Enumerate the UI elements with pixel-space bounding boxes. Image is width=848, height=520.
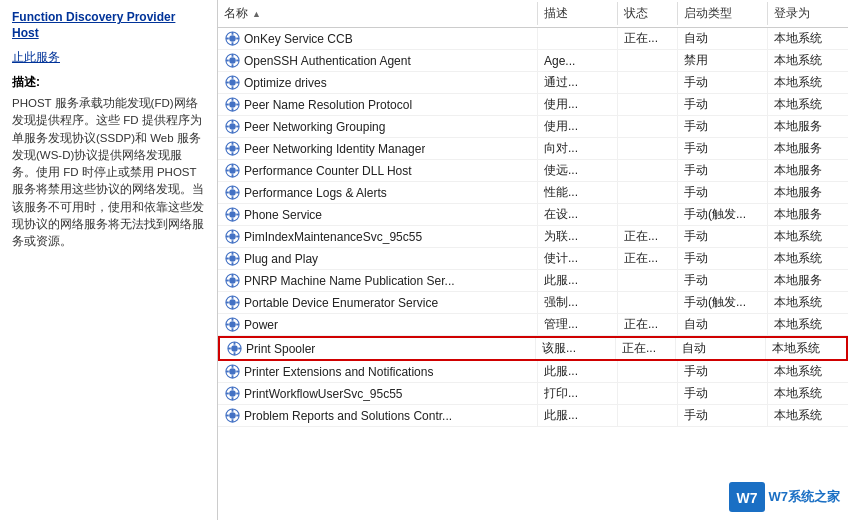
svg-rect-16 <box>225 82 228 84</box>
svg-rect-35 <box>236 148 239 150</box>
table-row[interactable]: OpenSSH Authentication AgentAge...禁用本地系统 <box>218 50 848 72</box>
table-row[interactable]: Plug and Play使计...正在...手动本地系统 <box>218 248 848 270</box>
cell-status: 正在... <box>618 28 678 49</box>
svg-rect-95 <box>236 371 239 373</box>
table-row[interactable]: Peer Networking Identity Manager向对...手动本… <box>218 138 848 160</box>
cell-desc: 为联... <box>538 226 618 247</box>
cell-desc: Age... <box>538 50 618 71</box>
cell-name: Plug and Play <box>218 248 538 269</box>
svg-rect-53 <box>236 214 239 216</box>
svg-rect-83 <box>236 324 239 326</box>
svg-point-97 <box>229 390 236 397</box>
svg-point-55 <box>229 233 236 240</box>
svg-rect-3 <box>231 42 233 45</box>
cell-login: 本地系统 <box>768 314 848 335</box>
cell-desc: 性能... <box>538 182 618 203</box>
left-panel-desc-label: 描述: <box>12 74 205 91</box>
left-panel-title[interactable]: Function Discovery Provider Host <box>12 10 205 41</box>
cell-name: Peer Name Resolution Protocol <box>218 94 538 115</box>
cell-login: 本地系统 <box>768 50 848 71</box>
table-row[interactable]: Power管理...正在...自动本地系统 <box>218 314 848 336</box>
left-panel: Function Discovery Provider Host 止此服务 描述… <box>0 0 218 520</box>
watermark-logo: W7 <box>729 482 765 512</box>
svg-rect-23 <box>236 104 239 106</box>
cell-startup: 自动 <box>676 338 766 359</box>
cell-startup: 手动 <box>678 160 768 181</box>
table-row[interactable]: Phone Service在设...手动(触发...本地服务 <box>218 204 848 226</box>
svg-rect-38 <box>231 164 233 167</box>
cell-startup: 手动(触发... <box>678 292 768 313</box>
svg-rect-10 <box>225 60 228 62</box>
svg-rect-93 <box>231 375 233 378</box>
col-header-name[interactable]: 名称 ▲ <box>218 2 538 25</box>
cell-login: 本地系统 <box>768 226 848 247</box>
svg-point-31 <box>229 145 236 152</box>
table-row[interactable]: Problem Reports and Solutions Contr...此服… <box>218 405 848 427</box>
svg-rect-81 <box>231 328 233 331</box>
cell-login: 本地服务 <box>768 160 848 181</box>
cell-desc: 强制... <box>538 292 618 313</box>
table-row[interactable]: Printer Extensions and Notifications此服..… <box>218 361 848 383</box>
cell-startup: 手动 <box>678 361 768 382</box>
table-row[interactable]: PNRP Machine Name Publication Ser...此服..… <box>218 270 848 292</box>
left-panel-link[interactable]: 止此服务 <box>12 49 205 66</box>
svg-rect-21 <box>231 108 233 111</box>
service-icon <box>224 273 240 289</box>
svg-point-91 <box>229 368 236 375</box>
svg-rect-2 <box>231 32 233 35</box>
cell-login: 本地系统 <box>768 72 848 93</box>
cell-login: 本地服务 <box>768 270 848 291</box>
svg-rect-52 <box>225 214 228 216</box>
table-row[interactable]: Performance Counter DLL Host使远...手动本地服务 <box>218 160 848 182</box>
cell-startup: 手动 <box>678 405 768 426</box>
cell-status <box>618 383 678 404</box>
service-icon <box>224 31 240 47</box>
service-icon <box>224 207 240 223</box>
cell-startup: 手动 <box>678 248 768 269</box>
watermark: W7 W7系统之家 <box>729 482 841 512</box>
col-name-label: 名称 <box>224 5 248 22</box>
cell-status <box>618 116 678 137</box>
svg-point-19 <box>229 101 236 108</box>
cell-startup: 手动 <box>678 116 768 137</box>
table-row[interactable]: Peer Networking Grouping使用...手动本地服务 <box>218 116 848 138</box>
cell-login: 本地系统 <box>768 405 848 426</box>
table-row[interactable]: Optimize drives通过...手动本地系统 <box>218 72 848 94</box>
table-row[interactable]: PimIndexMaintenanceSvc_95c55为联...正在...手动… <box>218 226 848 248</box>
cell-name: Portable Device Enumerator Service <box>218 292 538 313</box>
cell-name: Performance Counter DLL Host <box>218 160 538 181</box>
col-header-startup[interactable]: 启动类型 <box>678 2 768 25</box>
svg-rect-69 <box>231 284 233 287</box>
svg-rect-92 <box>231 365 233 368</box>
service-name-text: Peer Networking Grouping <box>244 120 385 134</box>
right-panel: 名称 ▲ 描述 状态 启动类型 登录为 OnKey Service CCB正在.… <box>218 0 848 520</box>
svg-rect-59 <box>236 236 239 238</box>
svg-point-67 <box>229 277 236 284</box>
cell-status <box>618 94 678 115</box>
cell-name: Peer Networking Grouping <box>218 116 538 137</box>
table-row[interactable]: Portable Device Enumerator Service强制...手… <box>218 292 848 314</box>
svg-rect-71 <box>236 280 239 282</box>
cell-name: PrintWorkflowUserSvc_95c55 <box>218 383 538 404</box>
table-row[interactable]: Print Spooler该服...正在...自动本地系统 <box>218 336 848 361</box>
cell-name: Peer Networking Identity Manager <box>218 138 538 159</box>
svg-rect-26 <box>231 120 233 123</box>
col-header-status[interactable]: 状态 <box>618 2 678 25</box>
table-row[interactable]: OnKey Service CCB正在...自动本地系统 <box>218 28 848 50</box>
col-header-login[interactable]: 登录为 <box>768 2 848 25</box>
cell-status <box>618 138 678 159</box>
table-row[interactable]: PrintWorkflowUserSvc_95c55打印...手动本地系统 <box>218 383 848 405</box>
svg-rect-34 <box>225 148 228 150</box>
service-name-text: Print Spooler <box>246 342 315 356</box>
svg-rect-4 <box>225 38 228 40</box>
table-row[interactable]: Performance Logs & Alerts性能...手动本地服务 <box>218 182 848 204</box>
service-icon <box>224 97 240 113</box>
svg-rect-32 <box>231 142 233 145</box>
cell-login: 本地系统 <box>768 292 848 313</box>
service-icon <box>224 75 240 91</box>
service-name-text: Problem Reports and Solutions Contr... <box>244 409 452 423</box>
cell-status <box>618 361 678 382</box>
cell-status <box>618 72 678 93</box>
col-header-desc[interactable]: 描述 <box>538 2 618 25</box>
table-row[interactable]: Peer Name Resolution Protocol使用...手动本地系统 <box>218 94 848 116</box>
